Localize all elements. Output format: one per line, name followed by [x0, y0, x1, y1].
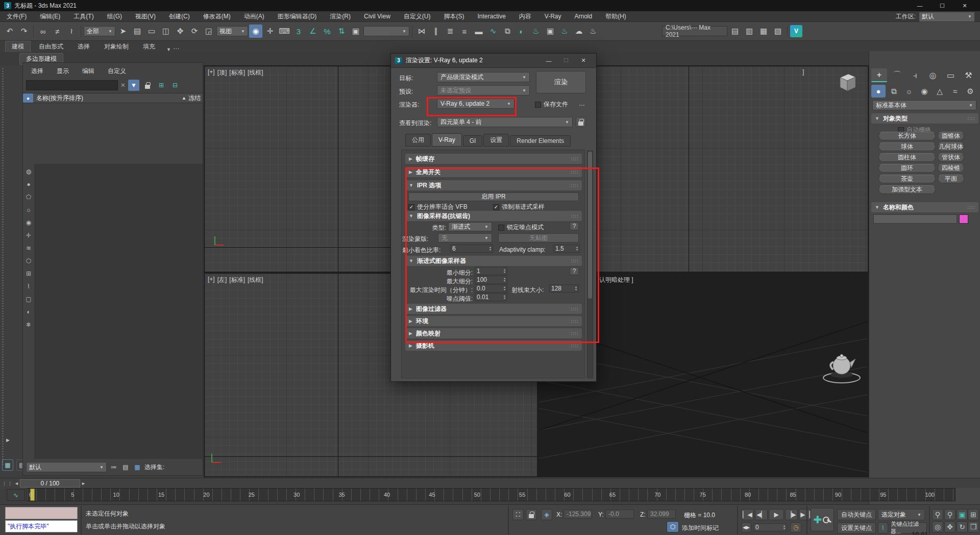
- time-slider-thumb[interactable]: 0 / 100: [20, 479, 80, 488]
- rollout-name-color[interactable]: ▼名称和颜色∷∷: [871, 202, 978, 212]
- explorer-menu-item[interactable]: 显示: [57, 67, 69, 76]
- noise-threshold-spinner[interactable]: 0.01▴▾: [475, 293, 507, 301]
- render-preset-4-icon[interactable]: ▧: [771, 25, 785, 38]
- maxscript-input-field[interactable]: [5, 507, 78, 519]
- object-name-field[interactable]: [873, 214, 957, 224]
- maxscript-output-field[interactable]: "执行脚本完毕": [5, 520, 78, 532]
- explorer-menu-item[interactable]: 自定义: [108, 67, 126, 76]
- menu-item[interactable]: 渲染(R): [323, 11, 357, 22]
- modify-tab-icon[interactable]: ⌒: [889, 68, 905, 82]
- key-step-toggle-icon[interactable]: ◀▶: [741, 522, 751, 532]
- explorer-list-area[interactable]: [34, 164, 203, 459]
- current-frame-spinner[interactable]: 0▴▾: [753, 523, 787, 531]
- zoom-icon[interactable]: ⚲: [932, 509, 943, 520]
- render-button[interactable]: 渲染: [536, 71, 586, 93]
- geometry-category-icon[interactable]: ●: [871, 85, 886, 98]
- menu-item[interactable]: Interactive: [471, 11, 512, 22]
- slider-drag-handle[interactable]: ⋮⋮: [2, 481, 13, 486]
- viewport-label-part[interactable]: [左]: [217, 276, 227, 284]
- mini-curve-editor-icon[interactable]: ∿: [7, 489, 25, 501]
- object-type-button[interactable]: 加强型文本: [878, 185, 936, 194]
- align-icon[interactable]: ∥: [429, 25, 443, 38]
- clear-search-icon[interactable]: ✕: [120, 82, 126, 89]
- use-pivot-point-center-icon[interactable]: ◉: [249, 25, 262, 38]
- zoom-extents-icon[interactable]: ▣: [957, 509, 968, 520]
- spinner-snap-toggle-icon[interactable]: ⇅: [335, 25, 348, 38]
- menu-item[interactable]: V-Ray: [538, 11, 568, 22]
- cube-object[interactable]: [835, 70, 857, 93]
- dialog-minimize-button[interactable]: —: [540, 54, 557, 68]
- curve-editor-icon[interactable]: ∿: [486, 25, 500, 38]
- schematic-view-icon[interactable]: ⧉: [501, 25, 514, 38]
- explorer-preset-dropdown[interactable]: 默认▼: [26, 462, 107, 472]
- filter-materials-icon[interactable]: ◐: [23, 305, 34, 318]
- menu-item[interactable]: 动画(A): [237, 11, 271, 22]
- zoom-extents-all-icon[interactable]: ⊞: [968, 509, 979, 520]
- filter-shapes-icon[interactable]: ⬠: [23, 190, 34, 203]
- selection-lock-icon[interactable]: [526, 509, 537, 520]
- select-and-link-icon[interactable]: ∞: [36, 25, 50, 38]
- scrollbar-thumb[interactable]: [588, 152, 592, 299]
- rectangular-selection-region-icon[interactable]: ▭: [145, 25, 158, 38]
- render-last-icon[interactable]: ♨: [586, 25, 600, 38]
- bind-to-space-warp-icon[interactable]: ≀: [65, 25, 78, 38]
- set-keys-button[interactable]: ✚: [811, 508, 834, 531]
- redo-icon[interactable]: ↷: [17, 25, 31, 38]
- category-dropdown[interactable]: 标准基本体▼: [872, 100, 976, 110]
- filter-geometry-icon[interactable]: ●: [23, 178, 34, 190]
- filter-all-icon[interactable]: ◍: [23, 165, 34, 178]
- min-shading-rate-spinner[interactable]: 6▴▾: [450, 245, 493, 253]
- maximize-viewport-icon[interactable]: ❒: [968, 521, 979, 532]
- menu-item[interactable]: Arnold: [568, 11, 599, 22]
- display-tab-icon[interactable]: ▭: [943, 68, 959, 82]
- named-selection-sets-dropdown[interactable]: ▼: [363, 26, 409, 36]
- preset-dropdown[interactable]: 未选定预设▼: [437, 85, 530, 95]
- y-coordinate-field[interactable]: -0.0: [605, 509, 634, 519]
- rollout-ipr-options[interactable]: ▼IPR 选项∷∷: [405, 180, 582, 190]
- go-to-end-button[interactable]: ▶▕: [799, 509, 812, 520]
- track-bar[interactable]: 0510152025303540455055606570758085909510…: [27, 488, 955, 501]
- name-column-header[interactable]: 名称(按升序排序): [36, 94, 83, 103]
- menu-item[interactable]: 图形编辑器(D): [271, 11, 324, 22]
- helpers-category-icon[interactable]: △: [933, 85, 947, 98]
- dialog-title-bar[interactable]: 3 渲染设置: V-Ray 6, update 2 — ☐ ✕: [391, 54, 596, 68]
- ribbon-tab[interactable]: 选择: [71, 41, 96, 52]
- filter-frozen-icon[interactable]: ❄: [23, 318, 34, 331]
- tab-render-elements[interactable]: Render Elements: [510, 135, 571, 147]
- lock-noise-pattern-checkbox[interactable]: 锁定噪点模式: [498, 223, 544, 232]
- material-editor-icon[interactable]: ◐: [515, 25, 528, 38]
- docked-window-icon[interactable]: ▦: [2, 459, 13, 471]
- object-color-swatch[interactable]: [959, 214, 968, 224]
- minimize-button[interactable]: —: [909, 0, 931, 11]
- dock-expand-arrow-icon[interactable]: ▶: [6, 436, 13, 444]
- isolate-selection-icon[interactable]: ⛶: [512, 509, 524, 520]
- object-type-button[interactable]: 四棱锥: [938, 164, 964, 173]
- filter-cameras-icon[interactable]: ◉: [23, 216, 34, 229]
- render-in-cloud-icon[interactable]: ☁: [572, 25, 585, 38]
- time-configuration-icon[interactable]: ◷: [790, 522, 801, 532]
- viewport-label-part[interactable]: [标准]: [229, 276, 245, 284]
- selected-objects-dropdown[interactable]: 选定对象▼: [878, 509, 925, 520]
- percent-snap-toggle-icon[interactable]: %: [321, 25, 334, 38]
- zoom-all-icon[interactable]: ⚲: [944, 509, 955, 520]
- undo-icon[interactable]: ↶: [3, 25, 16, 38]
- angle-snap-toggle-icon[interactable]: ∠: [306, 25, 320, 38]
- viewport-label-part[interactable]: [标准]: [229, 68, 245, 77]
- max-subdivs-spinner[interactable]: 100▴▾: [475, 276, 507, 284]
- filter-xrefs-icon[interactable]: ⊞: [23, 267, 34, 280]
- rollout-camera[interactable]: ▶摄影机∷∷: [405, 341, 582, 351]
- ribbon-tab[interactable]: 建模: [5, 41, 31, 52]
- motion-tab-icon[interactable]: ◎: [925, 68, 941, 82]
- menu-item[interactable]: 内容: [512, 11, 538, 22]
- previous-key-button[interactable]: ◀▏: [755, 509, 768, 520]
- dialog-scrollbar[interactable]: [587, 151, 593, 378]
- collapse-all-icon[interactable]: ⊟: [169, 80, 181, 91]
- save-file-browse-button[interactable]: …: [579, 100, 585, 107]
- toggle-layer-explorer-icon[interactable]: ≡: [458, 25, 471, 38]
- view-lock-button[interactable]: [576, 117, 586, 127]
- filter-funnel-icon[interactable]: ▼: [128, 80, 139, 91]
- target-dropdown[interactable]: 产品级渲染模式▼: [437, 72, 530, 82]
- object-type-button[interactable]: 圆环: [878, 164, 936, 173]
- help-button[interactable]: ?: [570, 222, 579, 230]
- next-key-button[interactable]: ▕▶: [785, 509, 798, 520]
